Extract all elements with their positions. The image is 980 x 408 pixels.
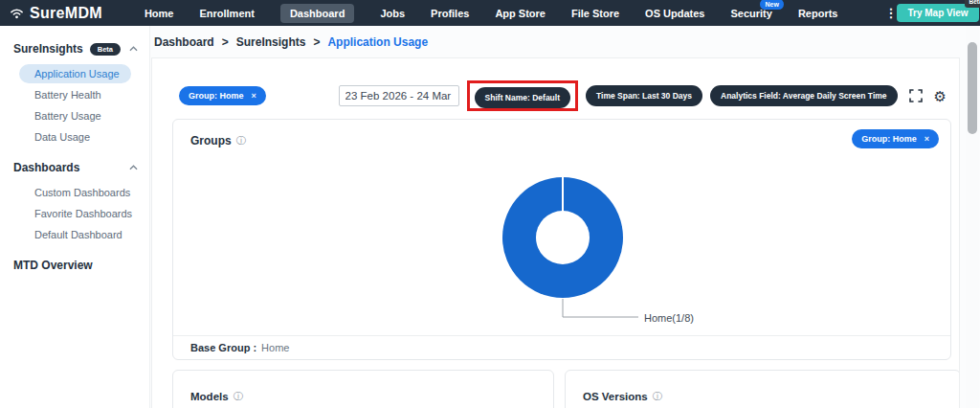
nav-item-file-store[interactable]: File Store — [571, 8, 619, 19]
groups-donut-chart[interactable] — [502, 177, 623, 298]
dashboard-panel: Group: Home × Shift Name: Default Time S… — [151, 57, 960, 408]
nav-item-reports[interactable]: Reports — [798, 8, 838, 19]
base-group-label: Base Group : — [190, 342, 256, 353]
groups-card-footer: Base Group : Home — [173, 335, 950, 359]
primary-nav: Home Enrollment Dashboard Jobs Profiles … — [145, 4, 898, 23]
groups-card-title: Groups — [190, 134, 232, 147]
models-card-title: Models — [190, 391, 229, 402]
breadcrumb-separator: > — [222, 35, 229, 49]
bottom-cards-row: Models ⓘ OS Versions ⓘ — [172, 370, 960, 408]
info-icon[interactable]: ⓘ — [234, 390, 243, 403]
info-icon[interactable]: ⓘ — [653, 390, 662, 403]
group-filter-chip[interactable]: Group: Home × — [179, 86, 266, 105]
app-logo[interactable]: SureMDM — [9, 5, 102, 22]
close-icon[interactable]: × — [924, 134, 929, 144]
sidebar-section-sureinsights[interactable]: SureInsights Beta — [13, 42, 138, 56]
nav-item-profiles[interactable]: Profiles — [431, 8, 469, 19]
date-range-input[interactable] — [339, 85, 459, 106]
nav-item-jobs[interactable]: Jobs — [380, 8, 405, 19]
sidebar-item-favorite-dashboards[interactable]: Favorite Dashboards — [0, 204, 149, 223]
time-span-pill[interactable]: Time Span: Last 30 Days — [586, 85, 702, 106]
filter-bar: Group: Home × Shift Name: Default Time S… — [179, 80, 947, 111]
groups-card-group-chip[interactable]: Group: Home × — [852, 129, 939, 148]
sidebar-item-application-usage[interactable]: Application Usage — [19, 64, 131, 83]
donut-slice-label: Home(1/8) — [644, 312, 694, 324]
overflow-menu-icon[interactable]: ⋮ — [884, 6, 897, 20]
sidebar-section-dashboards[interactable]: Dashboards — [13, 161, 138, 174]
topnav-right-cluster: Try Map View Beta 4 ⚙ — [897, 4, 980, 22]
sidebar: SureInsights Beta Application Usage Batt… — [0, 26, 150, 408]
sidebar-item-default-dashboard[interactable]: Default Dashboard — [0, 225, 149, 244]
brand-name: SureMDM — [30, 5, 102, 22]
sidebar-item-battery-usage[interactable]: Battery Usage — [0, 106, 149, 125]
sureinsights-title: SureInsights — [13, 42, 83, 56]
nav-item-security[interactable]: Security New — [730, 8, 771, 19]
group-filter-chip-label: Group: Home — [189, 91, 244, 101]
close-icon[interactable]: × — [252, 91, 256, 101]
annotation-highlight-box: Shift Name: Default — [467, 80, 578, 111]
wifi-logo-icon — [9, 7, 25, 20]
info-icon[interactable]: ⓘ — [236, 134, 246, 147]
donut-hole — [536, 211, 590, 264]
nav-item-home[interactable]: Home — [145, 8, 174, 19]
chevron-up-icon[interactable] — [129, 165, 138, 170]
breadcrumb: Dashboard > SureInsights > Application U… — [150, 26, 980, 49]
try-map-view-label: Try Map View — [907, 8, 968, 18]
nav-item-os-updates[interactable]: OS Updates — [645, 8, 704, 19]
donut-slice-divider — [562, 177, 564, 212]
base-group-value: Home — [261, 342, 289, 353]
breadcrumb-sureinsights[interactable]: SureInsights — [236, 35, 306, 49]
os-versions-card-title: OS Versions — [583, 391, 648, 402]
models-card: Models ⓘ — [172, 370, 554, 408]
groups-card: Groups ⓘ Group: Home × Home(1/8) Base Gr… — [172, 119, 951, 360]
dashboards-title: Dashboards — [13, 161, 79, 174]
main-content: Dashboard > SureInsights > Application U… — [150, 26, 980, 408]
shift-name-pill[interactable]: Shift Name: Default — [475, 87, 570, 108]
groups-card-header: Groups ⓘ Group: Home × — [173, 120, 950, 148]
sidebar-item-data-usage[interactable]: Data Usage — [0, 127, 149, 147]
os-versions-card: OS Versions ⓘ — [565, 370, 960, 408]
sidebar-item-battery-health[interactable]: Battery Health — [0, 85, 149, 104]
sidebar-item-custom-dashboards[interactable]: Custom Dashboards — [0, 183, 149, 202]
breadcrumb-application-usage[interactable]: Application Usage — [327, 35, 428, 49]
sidebar-beta-badge: Beta — [90, 43, 121, 56]
vertical-scrollbar[interactable] — [966, 26, 979, 408]
nav-item-app-store[interactable]: App Store — [495, 8, 546, 19]
beta-badge: Beta — [965, 0, 980, 8]
breadcrumb-separator: > — [313, 35, 320, 49]
mtd-overview-title: MTD Overview — [13, 259, 93, 272]
groups-card-chip-label: Group: Home — [861, 134, 917, 144]
breadcrumb-dashboard[interactable]: Dashboard — [154, 35, 214, 49]
fullscreen-icon[interactable] — [909, 89, 923, 102]
try-map-view-button[interactable]: Try Map View Beta — [897, 4, 978, 22]
new-badge: New — [760, 0, 783, 10]
top-navigation-bar: SureMDM Home Enrollment Dashboard Jobs P… — [0, 0, 980, 26]
nav-item-dashboard[interactable]: Dashboard — [280, 4, 354, 23]
analytics-field-pill[interactable]: Analytics Field: Average Daily Screen Ti… — [710, 85, 898, 106]
scrollbar-thumb[interactable] — [968, 42, 977, 134]
filter-right-group: Shift Name: Default Time Span: Last 30 D… — [339, 80, 947, 111]
nav-item-enrollment[interactable]: Enrollment — [199, 8, 254, 19]
dashboard-settings-gear-icon[interactable]: ⚙ — [934, 89, 947, 103]
sidebar-section-mtd-overview[interactable]: MTD Overview — [13, 259, 138, 272]
chevron-up-icon[interactable] — [129, 46, 138, 52]
